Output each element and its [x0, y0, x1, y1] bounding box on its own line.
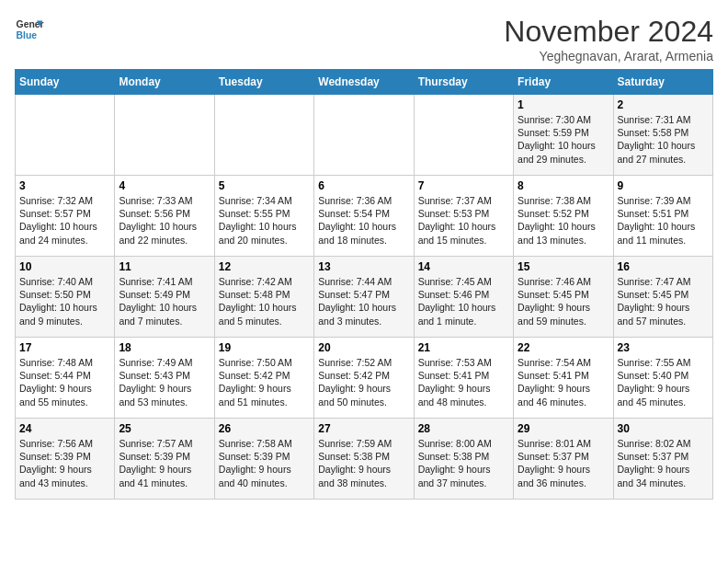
weekday-header-monday: Monday — [115, 70, 214, 95]
day-number: 2 — [618, 98, 709, 111]
day-info: Sunrise: 7:34 AM Sunset: 5:55 PM Dayligh… — [219, 194, 310, 247]
day-number: 18 — [119, 341, 210, 354]
day-info: Sunrise: 7:50 AM Sunset: 5:42 PM Dayligh… — [219, 356, 310, 408]
calendar-cell: 20Sunrise: 7:52 AM Sunset: 5:42 PM Dayli… — [314, 338, 414, 419]
day-number: 12 — [219, 260, 310, 273]
logo: General Blue — [15, 15, 44, 44]
day-number: 21 — [418, 341, 509, 354]
calendar-cell: 9Sunrise: 7:39 AM Sunset: 5:51 PM Daylig… — [613, 176, 712, 257]
day-info: Sunrise: 7:53 AM Sunset: 5:41 PM Dayligh… — [418, 356, 509, 408]
weekday-header-sunday: Sunday — [16, 70, 115, 95]
day-number: 28 — [418, 422, 509, 435]
page-header: General Blue November 2024 Yeghegnavan, … — [15, 15, 713, 63]
day-info: Sunrise: 7:30 AM Sunset: 5:59 PM Dayligh… — [518, 113, 609, 166]
day-number: 17 — [19, 341, 110, 354]
day-info: Sunrise: 7:44 AM Sunset: 5:47 PM Dayligh… — [318, 275, 409, 327]
day-info: Sunrise: 7:37 AM Sunset: 5:53 PM Dayligh… — [418, 194, 509, 247]
calendar-cell: 6Sunrise: 7:36 AM Sunset: 5:54 PM Daylig… — [314, 176, 414, 257]
day-number: 19 — [219, 341, 310, 354]
calendar-cell: 18Sunrise: 7:49 AM Sunset: 5:43 PM Dayli… — [115, 338, 214, 419]
day-info: Sunrise: 7:57 AM Sunset: 5:39 PM Dayligh… — [119, 437, 210, 489]
day-info: Sunrise: 7:40 AM Sunset: 5:50 PM Dayligh… — [19, 275, 110, 327]
calendar-cell: 8Sunrise: 7:38 AM Sunset: 5:52 PM Daylig… — [514, 176, 613, 257]
day-number: 22 — [518, 341, 609, 354]
day-number: 7 — [418, 179, 509, 192]
day-info: Sunrise: 7:39 AM Sunset: 5:51 PM Dayligh… — [618, 194, 709, 247]
day-info: Sunrise: 8:02 AM Sunset: 5:37 PM Dayligh… — [618, 437, 709, 489]
day-info: Sunrise: 7:33 AM Sunset: 5:56 PM Dayligh… — [119, 194, 210, 247]
day-info: Sunrise: 7:56 AM Sunset: 5:39 PM Dayligh… — [19, 437, 110, 489]
day-number: 30 — [618, 422, 709, 435]
calendar-cell: 28Sunrise: 8:00 AM Sunset: 5:38 PM Dayli… — [414, 419, 513, 500]
calendar-table: SundayMondayTuesdayWednesdayThursdayFrid… — [15, 69, 713, 500]
day-number: 8 — [518, 179, 609, 192]
calendar-cell: 25Sunrise: 7:57 AM Sunset: 5:39 PM Dayli… — [115, 419, 214, 500]
day-number: 11 — [119, 260, 210, 273]
calendar-cell: 19Sunrise: 7:50 AM Sunset: 5:42 PM Dayli… — [214, 338, 313, 419]
day-info: Sunrise: 7:41 AM Sunset: 5:49 PM Dayligh… — [119, 275, 210, 327]
day-info: Sunrise: 8:00 AM Sunset: 5:38 PM Dayligh… — [418, 437, 509, 489]
day-info: Sunrise: 7:45 AM Sunset: 5:46 PM Dayligh… — [418, 275, 509, 327]
calendar-cell: 11Sunrise: 7:41 AM Sunset: 5:49 PM Dayli… — [115, 257, 214, 338]
day-number: 1 — [518, 98, 609, 111]
calendar-cell: 15Sunrise: 7:46 AM Sunset: 5:45 PM Dayli… — [514, 257, 613, 338]
weekday-header-tuesday: Tuesday — [214, 70, 313, 95]
calendar-week-4: 17Sunrise: 7:48 AM Sunset: 5:44 PM Dayli… — [16, 338, 713, 419]
day-number: 23 — [618, 341, 709, 354]
location-subtitle: Yeghegnavan, Ararat, Armenia — [504, 49, 713, 63]
calendar-week-2: 3Sunrise: 7:32 AM Sunset: 5:57 PM Daylig… — [16, 176, 713, 257]
day-number: 15 — [518, 260, 609, 273]
calendar-cell — [414, 95, 513, 176]
title-section: November 2024 Yeghegnavan, Ararat, Armen… — [504, 15, 713, 63]
calendar-cell: 17Sunrise: 7:48 AM Sunset: 5:44 PM Dayli… — [16, 338, 115, 419]
calendar-cell: 21Sunrise: 7:53 AM Sunset: 5:41 PM Dayli… — [414, 338, 513, 419]
calendar-cell: 14Sunrise: 7:45 AM Sunset: 5:46 PM Dayli… — [414, 257, 513, 338]
day-number: 25 — [119, 422, 210, 435]
logo-icon: General Blue — [15, 15, 44, 44]
weekday-header-saturday: Saturday — [613, 70, 712, 95]
calendar-cell: 16Sunrise: 7:47 AM Sunset: 5:45 PM Dayli… — [613, 257, 712, 338]
weekday-header-friday: Friday — [514, 70, 613, 95]
month-title: November 2024 — [504, 15, 713, 49]
day-number: 27 — [318, 422, 409, 435]
calendar-cell: 22Sunrise: 7:54 AM Sunset: 5:41 PM Dayli… — [514, 338, 613, 419]
calendar-cell — [314, 95, 414, 176]
day-number: 24 — [19, 422, 110, 435]
day-number: 26 — [219, 422, 310, 435]
day-info: Sunrise: 7:59 AM Sunset: 5:38 PM Dayligh… — [318, 437, 409, 489]
day-number: 14 — [418, 260, 509, 273]
day-info: Sunrise: 7:49 AM Sunset: 5:43 PM Dayligh… — [119, 356, 210, 408]
day-info: Sunrise: 7:58 AM Sunset: 5:39 PM Dayligh… — [219, 437, 310, 489]
day-info: Sunrise: 7:32 AM Sunset: 5:57 PM Dayligh… — [19, 194, 110, 247]
weekday-header-thursday: Thursday — [414, 70, 513, 95]
day-number: 6 — [318, 179, 409, 192]
day-number: 16 — [618, 260, 709, 273]
calendar-cell: 4Sunrise: 7:33 AM Sunset: 5:56 PM Daylig… — [115, 176, 214, 257]
day-info: Sunrise: 7:42 AM Sunset: 5:48 PM Dayligh… — [219, 275, 310, 327]
calendar-cell: 23Sunrise: 7:55 AM Sunset: 5:40 PM Dayli… — [613, 338, 712, 419]
calendar-cell: 2Sunrise: 7:31 AM Sunset: 5:58 PM Daylig… — [613, 95, 712, 176]
calendar-cell: 3Sunrise: 7:32 AM Sunset: 5:57 PM Daylig… — [16, 176, 115, 257]
day-number: 10 — [19, 260, 110, 273]
calendar-week-5: 24Sunrise: 7:56 AM Sunset: 5:39 PM Dayli… — [16, 419, 713, 500]
day-info: Sunrise: 7:55 AM Sunset: 5:40 PM Dayligh… — [618, 356, 709, 408]
calendar-cell: 27Sunrise: 7:59 AM Sunset: 5:38 PM Dayli… — [314, 419, 414, 500]
day-number: 29 — [518, 422, 609, 435]
calendar-cell: 1Sunrise: 7:30 AM Sunset: 5:59 PM Daylig… — [514, 95, 613, 176]
day-info: Sunrise: 7:31 AM Sunset: 5:58 PM Dayligh… — [618, 113, 709, 166]
calendar-cell — [115, 95, 214, 176]
day-info: Sunrise: 7:48 AM Sunset: 5:44 PM Dayligh… — [19, 356, 110, 408]
calendar-week-1: 1Sunrise: 7:30 AM Sunset: 5:59 PM Daylig… — [16, 95, 713, 176]
day-info: Sunrise: 7:54 AM Sunset: 5:41 PM Dayligh… — [518, 356, 609, 408]
day-number: 13 — [318, 260, 409, 273]
weekday-header-row: SundayMondayTuesdayWednesdayThursdayFrid… — [16, 70, 713, 95]
day-info: Sunrise: 7:47 AM Sunset: 5:45 PM Dayligh… — [618, 275, 709, 327]
svg-text:Blue: Blue — [17, 30, 38, 40]
calendar-cell: 12Sunrise: 7:42 AM Sunset: 5:48 PM Dayli… — [214, 257, 313, 338]
calendar-cell: 30Sunrise: 8:02 AM Sunset: 5:37 PM Dayli… — [613, 419, 712, 500]
calendar-cell: 24Sunrise: 7:56 AM Sunset: 5:39 PM Dayli… — [16, 419, 115, 500]
day-number: 9 — [618, 179, 709, 192]
calendar-cell: 10Sunrise: 7:40 AM Sunset: 5:50 PM Dayli… — [16, 257, 115, 338]
day-info: Sunrise: 8:01 AM Sunset: 5:37 PM Dayligh… — [518, 437, 609, 489]
calendar-week-3: 10Sunrise: 7:40 AM Sunset: 5:50 PM Dayli… — [16, 257, 713, 338]
